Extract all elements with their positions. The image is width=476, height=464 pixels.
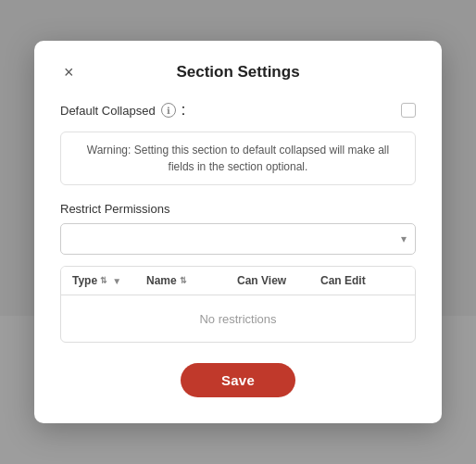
col-can-view: Can View: [237, 274, 320, 287]
type-filter-icon[interactable]: ▼: [112, 276, 121, 286]
type-sort-icon[interactable]: ⇅: [100, 276, 107, 285]
default-collapsed-label: Default Collapsed: [60, 104, 156, 118]
modal-title: Section Settings: [176, 63, 299, 82]
close-button[interactable]: ×: [60, 62, 78, 82]
name-sort-icon[interactable]: ⇅: [180, 276, 187, 285]
modal-overlay: × Section Settings Default Collapsed ℹ :…: [0, 0, 476, 464]
default-collapsed-checkbox[interactable]: [401, 103, 416, 118]
col-type: Type ⇅ ▼: [72, 274, 146, 287]
no-restrictions-text: No restrictions: [199, 312, 276, 326]
table-body: No restrictions: [61, 295, 415, 342]
col-name: Name ⇅: [146, 274, 237, 287]
permissions-table: Type ⇅ ▼ Name ⇅ Can View Can Edit No res…: [60, 266, 416, 343]
default-collapsed-row: Default Collapsed ℹ :: [60, 102, 416, 119]
table-header: Type ⇅ ▼ Name ⇅ Can View Can Edit: [61, 267, 415, 295]
col-can-edit: Can Edit: [320, 274, 404, 287]
warning-box: Warning: Setting this section to default…: [60, 132, 416, 185]
modal-header: × Section Settings: [60, 63, 416, 82]
permissions-select[interactable]: [60, 223, 416, 255]
modal: × Section Settings Default Collapsed ℹ :…: [34, 41, 442, 423]
permissions-select-wrapper: ▾: [60, 223, 416, 255]
restrict-permissions-label: Restrict Permissions: [60, 202, 416, 216]
info-icon[interactable]: ℹ: [161, 103, 176, 118]
warning-text: Warning: Setting this section to default…: [87, 144, 389, 173]
save-button[interactable]: Save: [181, 363, 295, 397]
